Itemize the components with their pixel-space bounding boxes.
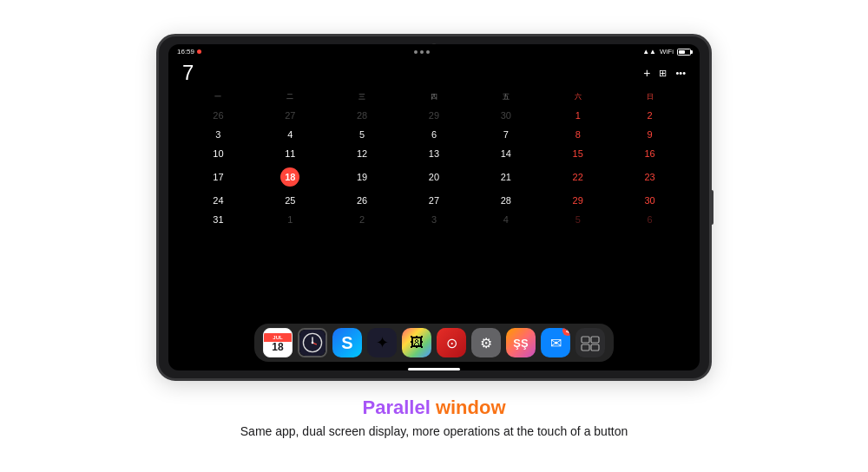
- cal-cell[interactable]: 26: [182, 107, 254, 124]
- calendar-rows: 26 27 28 29 30 1 2 3 4 5: [182, 107, 686, 228]
- calendar-grid: 一 二 三 四 五 六 日 26 27 28: [182, 90, 686, 320]
- cal-cell[interactable]: 20: [398, 164, 470, 190]
- cal-cell[interactable]: 29: [542, 192, 614, 209]
- dock-icon-mail[interactable]: ✉ 4: [541, 328, 570, 357]
- calendar-actions: + ⊞ •••: [643, 66, 686, 80]
- svg-rect-7: [582, 344, 589, 351]
- title-word-parallel: Parallel: [362, 397, 430, 418]
- cal-cell[interactable]: 5: [542, 211, 614, 228]
- svg-rect-8: [591, 344, 599, 351]
- signal-icon: ▲▲: [642, 48, 656, 56]
- dock-icon-multiwindow[interactable]: [575, 328, 605, 357]
- cal-cell[interactable]: 21: [470, 164, 542, 190]
- cal-cell[interactable]: 1: [542, 107, 614, 124]
- cal-cell[interactable]: 16: [614, 145, 686, 162]
- dock-icon-photos[interactable]: 🖼: [402, 328, 431, 357]
- cal-cell[interactable]: 8: [542, 126, 614, 143]
- side-button: [710, 190, 713, 225]
- cal-cell[interactable]: 3: [182, 126, 254, 143]
- calendar-area: 7 + ⊞ ••• 一 二 三 四 五 六 日: [168, 57, 700, 320]
- cal-row-1: 26 27 28 29 30 1 2: [182, 107, 686, 124]
- cal-cell[interactable]: 11: [254, 145, 326, 162]
- cal-cell[interactable]: 9: [614, 126, 686, 143]
- cal-cell[interactable]: 12: [326, 145, 398, 162]
- cal-cell[interactable]: 4: [254, 126, 326, 143]
- cal-cell[interactable]: 28: [326, 107, 398, 124]
- cal-cell[interactable]: 25: [254, 192, 326, 209]
- dot3: [426, 50, 430, 54]
- cal-row-2: 3 4 5 6 7 8 9: [182, 126, 686, 143]
- svg-point-4: [312, 342, 314, 344]
- cal-cell[interactable]: 6: [398, 126, 470, 143]
- cal-cell[interactable]: 28: [470, 192, 542, 209]
- dock-icon-app1[interactable]: ŞŞ: [506, 328, 536, 357]
- dock: JUL 18 S: [168, 320, 700, 365]
- cal-cell[interactable]: 4: [470, 211, 542, 228]
- text-section: Parallel window Same app, dual screen di…: [240, 397, 628, 438]
- cal-cell[interactable]: 30: [470, 107, 542, 124]
- tablet-screen: 16:59 ▲▲ WiFi 7: [168, 44, 700, 370]
- cal-cell[interactable]: 13: [398, 145, 470, 162]
- title-word-window: window: [436, 397, 506, 418]
- cal-cell[interactable]: 29: [398, 107, 470, 124]
- cal-icon-num: 18: [272, 342, 283, 352]
- cal-cell[interactable]: 6: [614, 211, 686, 228]
- dock-icon-holo[interactable]: S: [332, 328, 362, 357]
- status-left: 16:59: [177, 48, 201, 56]
- status-time: 16:59: [177, 48, 194, 56]
- cal-cell[interactable]: 23: [614, 164, 686, 190]
- cal-cell[interactable]: 2: [614, 107, 686, 124]
- dock-icon-calendar[interactable]: JUL 18: [263, 328, 293, 357]
- cal-cell[interactable]: 14: [470, 145, 542, 162]
- cal-row-3: 10 11 12 13 14 15 16: [182, 145, 686, 162]
- cal-cell[interactable]: 19: [326, 164, 398, 190]
- dock-icon-settings[interactable]: ⚙: [471, 328, 501, 357]
- dot1: [414, 50, 418, 54]
- day-thu: 四: [398, 90, 470, 103]
- cal-row-5: 24 25 26 27 28 29 30: [182, 192, 686, 209]
- tablet-frame: 16:59 ▲▲ WiFi 7: [156, 34, 712, 381]
- cal-row-4: 17 18 19 20 21 22 23: [182, 164, 686, 190]
- cal-cell[interactable]: 27: [254, 107, 326, 124]
- day-sat: 六: [542, 90, 614, 103]
- dot2: [420, 50, 424, 54]
- day-sun: 日: [614, 90, 686, 103]
- dock-icon-camera[interactable]: ⊙: [437, 328, 466, 357]
- cal-cell[interactable]: 26: [326, 192, 398, 209]
- feature-title: Parallel window: [240, 397, 628, 419]
- cal-cell[interactable]: 15: [542, 145, 614, 162]
- cal-cell[interactable]: 2: [326, 211, 398, 228]
- cal-cell[interactable]: 5: [326, 126, 398, 143]
- battery-icon: [677, 49, 691, 56]
- dock-icon-sparkle[interactable]: ✦: [367, 328, 397, 357]
- feature-subtitle: Same app, dual screen display, more oper…: [240, 424, 628, 438]
- home-indicator: [408, 368, 460, 370]
- dock-icon-clock[interactable]: [298, 328, 327, 357]
- day-mon: 一: [182, 90, 254, 103]
- cal-cell[interactable]: 17: [182, 164, 254, 190]
- cal-cell[interactable]: 10: [182, 145, 254, 162]
- cal-cell[interactable]: 3: [398, 211, 470, 228]
- page-wrapper: 16:59 ▲▲ WiFi 7: [156, 34, 712, 438]
- more-button[interactable]: •••: [675, 68, 686, 78]
- cal-cell[interactable]: 24: [182, 192, 254, 209]
- add-button[interactable]: +: [643, 66, 650, 80]
- status-right: ▲▲ WiFi: [642, 48, 691, 56]
- battery-fill: [679, 50, 685, 54]
- cal-cell-today[interactable]: 18: [254, 164, 326, 190]
- cal-cell[interactable]: 30: [614, 192, 686, 209]
- calendar-header: 7 + ⊞ •••: [182, 61, 686, 85]
- day-fri: 五: [470, 90, 542, 103]
- cal-cell[interactable]: 27: [398, 192, 470, 209]
- cal-cell[interactable]: 1: [254, 211, 326, 228]
- cal-row-6: 31 1 2 3 4 5 6: [182, 211, 686, 228]
- day-headers: 一 二 三 四 五 六 日: [182, 90, 686, 103]
- view-toggle-button[interactable]: ⊞: [659, 68, 667, 79]
- cal-cell[interactable]: 7: [470, 126, 542, 143]
- day-wed: 三: [326, 90, 398, 103]
- mail-badge: 4: [562, 328, 570, 336]
- cal-cell[interactable]: 22: [542, 164, 614, 190]
- wifi-icon: WiFi: [660, 48, 674, 56]
- cal-cell[interactable]: 31: [182, 211, 254, 228]
- status-center: [414, 50, 430, 54]
